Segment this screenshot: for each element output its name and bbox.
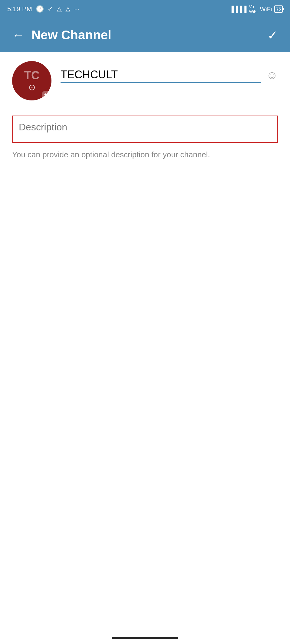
main-content: TC ⊙ + ☺ You can provide an optional des… — [0, 52, 290, 632]
status-bar-right: ▐▐▐▐ VoWiFi WiFi 75 — [229, 4, 283, 14]
avatar-initials: TC — [24, 70, 40, 81]
check-icon: ✓ — [48, 5, 53, 13]
vo-label: VoWiFi — [249, 4, 257, 14]
description-hint: You can provide an optional description … — [12, 149, 278, 161]
drive-icon-2: △ — [65, 5, 71, 13]
description-input[interactable] — [12, 116, 278, 143]
home-bar — [112, 637, 178, 639]
alarm-icon: 🕐 — [36, 5, 44, 13]
camera-icon: ⊙ — [28, 82, 35, 92]
name-input-row: ☺ — [61, 61, 278, 83]
page-title: New Channel — [31, 28, 267, 42]
description-section: You can provide an optional description … — [12, 116, 278, 161]
battery-icon: 75 — [274, 5, 283, 13]
emoji-button[interactable]: ☺ — [266, 69, 278, 82]
back-button[interactable]: ← — [12, 28, 24, 42]
avatar[interactable]: TC ⊙ + — [12, 61, 51, 100]
name-input-wrapper — [61, 67, 261, 83]
app-header: ← New Channel ✓ — [0, 18, 290, 52]
home-indicator — [0, 632, 290, 644]
channel-info-row: TC ⊙ + ☺ — [12, 61, 278, 103]
status-bar: 5:19 PM 🕐 ✓ △ △ ··· ▐▐▐▐ VoWiFi WiFi 75 — [0, 0, 290, 18]
drive-icon: △ — [57, 5, 62, 13]
wifi-icon: WiFi — [260, 6, 272, 13]
time-display: 5:19 PM — [7, 5, 32, 13]
confirm-button[interactable]: ✓ — [267, 28, 278, 43]
avatar-plus-badge: + — [42, 91, 50, 99]
more-icon: ··· — [74, 5, 80, 13]
channel-name-input[interactable] — [61, 67, 261, 83]
signal-icon: ▐▐▐▐ — [229, 6, 247, 13]
status-bar-left: 5:19 PM 🕐 ✓ △ △ ··· — [7, 5, 80, 13]
